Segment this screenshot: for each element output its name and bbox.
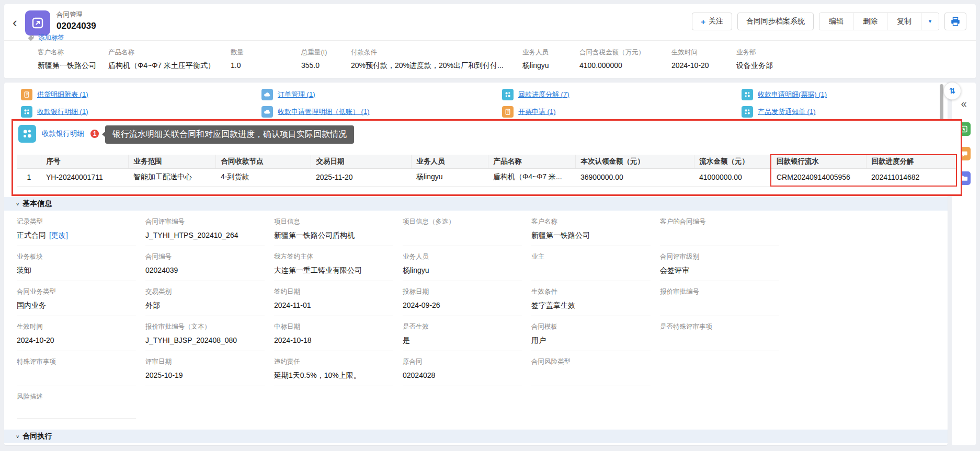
customer-link[interactable]: 新疆第一铁路公司 [531,231,651,240]
col-header: 业务范围 [128,155,215,168]
info-field: 业主 [531,252,651,281]
header-card: ‹ 合同管理 02024039 添加标签 + 关注 合同同步档案系统 编辑 [4,4,976,78]
info-field: 合同风险类型 [531,357,651,386]
molecule-icon [742,106,753,118]
salesperson-link[interactable]: 杨lingyu [403,266,522,275]
bank-flow-link[interactable]: CRM20240914005956 [771,168,866,186]
info-field: 是否特殊评审事项 [660,322,779,351]
info-field: 合同评审级别会签评审 [660,252,779,281]
contract-exec-section-header[interactable]: ∨ 合同执行 [4,430,948,443]
receipt-request-detail-link[interactable]: 收款申请明细(票据) (1) [742,89,827,100]
cloud-icon [261,106,273,118]
info-field: 业务板块装卸 [17,252,136,281]
molecule-icon [18,125,36,143]
col-header: 流水金额（元） [694,155,771,168]
receipt-icon [21,89,32,100]
product-cell: 盾构机（Φ4~Φ7 米... [488,168,575,186]
flow-amount-cell: 41000000.00 [694,168,771,186]
payment-progress-link[interactable]: 回款进度分解 (7) [502,89,742,100]
contract-object-icon [25,10,50,36]
add-tag-button[interactable]: 添加标签 [27,33,64,42]
cloud-icon [261,89,273,100]
info-field: 合同评审编号J_TYHI_HTPS_202410_264 [145,217,265,246]
payment-node-cell: 4-到货款 [215,168,311,186]
info-field: 中标日期2024-10-18 [274,322,393,351]
progress-split-link[interactable]: 202411014682 [866,168,956,186]
table-row: 1 YH-20240001711 智能加工配送中心 4-到货款 2025-11-… [17,168,956,186]
change-record-type-link[interactable]: [更改] [49,231,68,239]
printer-icon [950,17,961,26]
col-header: 回款进度分解 [866,155,956,168]
chevron-down-icon: ∨ [16,434,19,439]
col-header: 回款银行流水 [771,155,866,168]
swap-view-button[interactable]: ⇅ [943,82,961,100]
supply-detail-link[interactable]: 供货明细附表 (1) [21,89,261,100]
info-field: 报价审批编号 [660,287,779,316]
sync-archive-button[interactable]: 合同同步档案系统 [737,13,814,30]
basic-info-title: 基本信息 [22,199,52,209]
info-field: 报价审批编号（文本）J_TYHI_BJSP_202408_080 [145,322,265,351]
summary-field: 业务部设备业务部 [736,48,976,71]
shipping-notice-link[interactable]: 产品发货通知单 (1) [742,106,827,118]
info-field: 生效条件签字盖章生效 [531,287,651,316]
print-button[interactable] [944,13,966,30]
project-link[interactable]: 新疆第一铁路公司盾构机 [274,231,393,240]
order-mgmt-link[interactable]: 订单管理 (1) [261,89,502,100]
info-field: 生效时间2024-10-20 [17,322,136,351]
bank-flow-highlight-box: 收款银行明细 1 银行流水明细关联合同和对应回款进度，确认项目实际回款情况 序号… [12,119,962,196]
empty-slot [660,357,779,386]
molecule-icon [742,89,753,100]
info-field: 签约日期2024-11-01 [274,287,393,316]
invoice-request-link[interactable]: 开票申请 (1) [502,106,742,118]
info-field: 我方签约主体大连第一重工铸业有限公司 [274,252,393,281]
summary-field: 总重量(t)355.0 [301,48,351,71]
step-badge: 1 [89,129,100,139]
info-field: 合同模板用户 [531,322,651,351]
bank-flow-section-title[interactable]: 收款银行明细 [42,129,84,138]
action-button-group: 编辑 删除 复制 ▼ [819,13,939,30]
follow-label: 关注 [709,17,723,26]
basic-info-section-header[interactable]: ∨ 基本信息 [4,197,948,211]
collapse-panel-icon[interactable]: « [961,98,966,109]
follow-button[interactable]: + 关注 [692,13,732,30]
col-header: 序号 [41,155,128,168]
summary-field: 生效时间2024-10-20 [671,48,736,71]
col-header: 合同收款节点 [215,155,311,168]
summary-field: 客户名称新疆第一铁路公司 [38,48,108,71]
original-contract-link[interactable]: 02024028 [403,371,522,379]
bank-flow-table: 序号 业务范围 合同收款节点 交易日期 业务人员 产品名称 本次认领金额（元） … [17,154,957,187]
summary-field: 业务人员杨lingyu [522,48,579,71]
object-type-label: 合同管理 [56,10,96,19]
offset-request-detail-link[interactable]: 收款申请管理明细（抵账） (1) [261,106,502,118]
info-field: 合同编号02024039 [145,252,265,281]
bank-detail-link[interactable]: 收款银行明细 (1) [21,106,261,118]
plus-icon: + [701,17,705,26]
customer-link[interactable]: 新疆第一铁路公司 [38,61,104,71]
business-scope-link[interactable]: 智能加工配送中心 [128,168,215,186]
info-field: 客户名称新疆第一铁路公司 [531,217,651,246]
copy-button[interactable]: 复制 [887,13,921,30]
record-number: 02024039 [56,21,96,31]
info-field: 违约责任延期1天0.5%，10%上限。 [274,357,393,386]
related-lists: 供货明细附表 (1) 订单管理 (1) 回款进度分解 (7) 收款申请明细(票据… [21,89,827,118]
serial-number-link[interactable]: YH-20240001711 [41,168,128,186]
owner-link[interactable]: 杨lingyu [522,61,575,71]
review-number-link[interactable]: J_TYHI_HTPS_202410_264 [145,231,265,239]
chevron-down-icon: ∨ [16,202,19,206]
back-button[interactable]: ‹ [13,16,17,29]
delete-button[interactable]: 删除 [853,13,887,30]
header-actions: + 关注 合同同步档案系统 编辑 删除 复制 ▼ [692,13,966,30]
info-field: 项目信息（多选） [403,217,522,246]
bank-flow-section-header: 收款银行明细 [18,125,84,143]
edit-button[interactable]: 编辑 [819,13,853,30]
summary-field: 付款条件20%预付款，20%进度款，20%出厂和到付付... [351,48,522,71]
claimed-amount-cell: 36900000.00 [575,168,694,186]
tag-icon [27,34,35,42]
info-field: 记录类型正式合同[更改] [17,217,136,246]
salesperson-link[interactable]: 杨lingyu [411,168,488,186]
summary-field: 合同含税金额（万元）4100.000000 [579,48,671,71]
more-actions-dropdown[interactable]: ▼ [921,13,939,30]
info-field: 投标日期2024-09-26 [403,287,522,316]
info-field: 客户的合同编号 [660,217,779,246]
detail-card: 供货明细附表 (1) 订单管理 (1) 回款进度分解 (7) 收款申请明细(票据… [4,83,948,445]
